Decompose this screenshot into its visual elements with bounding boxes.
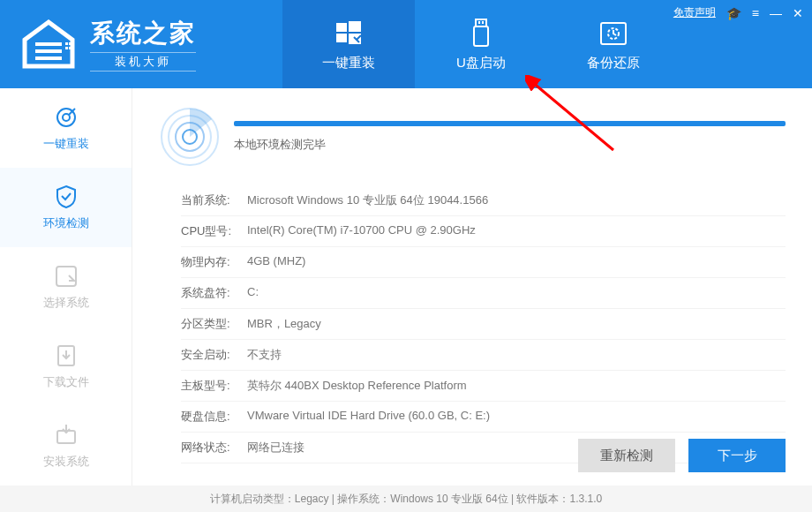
svg-rect-16 <box>56 267 76 286</box>
main-panel: 本地环境检测完毕 当前系统:Microsoft Windows 10 专业版 6… <box>132 88 812 486</box>
logo-area: 系统之家 装机大师 <box>0 0 282 88</box>
info-label: CPU型号: <box>181 223 247 239</box>
header: 系统之家 装机大师 一键重装 U盘启动 <box>0 0 812 88</box>
svg-rect-1 <box>69 42 71 45</box>
svg-rect-8 <box>476 19 486 26</box>
target-icon <box>53 104 79 131</box>
info-value: VMware Virtual IDE Hard Drive (60.0 GB, … <box>247 409 786 425</box>
sidebar-item-reinstall[interactable]: 一键重装 <box>0 88 132 168</box>
radar-icon <box>159 106 221 168</box>
svg-rect-4 <box>336 23 347 32</box>
sidebar-item-check[interactable]: 环境检测 <box>0 168 132 247</box>
app-title: 系统之家 <box>90 17 196 50</box>
info-value: 不支持 <box>247 347 786 363</box>
theme-icon[interactable]: 🎓 <box>726 6 741 20</box>
sidebar-item-label: 安装系统 <box>43 454 89 470</box>
svg-rect-9 <box>478 21 480 24</box>
app-subtitle: 装机大师 <box>90 52 196 72</box>
tab-reinstall[interactable]: 一键重装 <box>282 0 415 88</box>
footer-text: 计算机启动类型：Legacy | 操作系统：Windows 10 专业版 64位… <box>210 492 602 507</box>
sidebar-item-label: 一键重装 <box>43 136 89 152</box>
backup-icon <box>598 18 629 49</box>
shield-icon <box>53 184 79 210</box>
minimize-icon[interactable]: — <box>770 6 782 20</box>
info-row: 物理内存:4GB (MHZ) <box>181 247 786 278</box>
info-row: 硬盘信息:VMware Virtual IDE Hard Drive (60.0… <box>181 402 786 433</box>
scan-row: 本地环境检测完毕 <box>159 106 786 168</box>
body: 一键重装 环境检测 选择系统 下载文件 安装系统 <box>0 88 812 486</box>
sidebar-item-label: 下载文件 <box>43 374 89 390</box>
info-row: CPU型号:Intel(R) Core(TM) i7-10700 CPU @ 2… <box>181 216 786 247</box>
info-value: C: <box>247 285 786 301</box>
info-value: MBR，Legacy <box>247 316 786 332</box>
sidebar-item-download[interactable]: 下载文件 <box>0 327 132 406</box>
menu-icon[interactable]: ≡ <box>752 6 759 20</box>
info-list: 当前系统:Microsoft Windows 10 专业版 64位 19044.… <box>159 185 786 463</box>
logo-icon <box>18 18 79 71</box>
info-row: 主板型号:英特尔 440BX Desktop Reference Platfor… <box>181 371 786 402</box>
tab-backup[interactable]: 备份还原 <box>547 0 680 88</box>
svg-rect-0 <box>65 42 68 45</box>
info-row: 当前系统:Microsoft Windows 10 专业版 64位 19044.… <box>181 185 786 216</box>
tab-usb-boot[interactable]: U盘启动 <box>415 0 547 88</box>
disclaimer-link[interactable]: 免责声明 <box>673 5 716 20</box>
windows-icon <box>333 18 365 49</box>
info-label: 安全启动: <box>181 347 247 363</box>
tab-label: 备份还原 <box>587 55 640 72</box>
info-label: 系统盘符: <box>181 285 247 301</box>
info-label: 分区类型: <box>181 316 247 332</box>
next-button[interactable]: 下一步 <box>688 439 786 472</box>
window-controls: 免责声明 🎓 ≡ — ✕ <box>673 5 803 20</box>
svg-rect-11 <box>474 26 488 46</box>
select-icon <box>53 263 79 290</box>
sidebar-item-label: 选择系统 <box>43 295 89 311</box>
svg-rect-3 <box>69 47 71 49</box>
sidebar-item-select[interactable]: 选择系统 <box>0 247 132 327</box>
info-value: Microsoft Windows 10 专业版 64位 19044.1566 <box>247 192 786 208</box>
info-label: 网络状态: <box>181 440 247 456</box>
svg-rect-5 <box>349 21 361 32</box>
sidebar-item-install[interactable]: 安装系统 <box>0 406 132 486</box>
usb-icon <box>465 18 497 49</box>
info-value: Intel(R) Core(TM) i7-10700 CPU @ 2.90GHz <box>247 223 786 239</box>
rescan-button[interactable]: 重新检测 <box>578 439 675 472</box>
info-label: 当前系统: <box>181 192 247 208</box>
svg-rect-6 <box>336 34 347 42</box>
footer: 计算机启动类型：Legacy | 操作系统：Windows 10 专业版 64位… <box>0 486 812 512</box>
info-value: 4GB (MHZ) <box>247 254 786 270</box>
info-label: 物理内存: <box>181 254 247 270</box>
sidebar: 一键重装 环境检测 选择系统 下载文件 安装系统 <box>0 88 132 486</box>
info-label: 硬盘信息: <box>181 409 247 425</box>
info-row: 系统盘符:C: <box>181 278 786 309</box>
tab-label: U盘启动 <box>456 55 506 72</box>
info-row: 安全启动:不支持 <box>181 340 786 371</box>
sidebar-item-label: 环境检测 <box>43 215 89 231</box>
info-label: 主板型号: <box>181 378 247 394</box>
svg-point-15 <box>63 114 70 121</box>
info-row: 分区类型:MBR，Legacy <box>181 309 786 340</box>
scan-status: 本地环境检测完毕 <box>234 137 786 153</box>
install-icon <box>53 422 79 448</box>
download-icon <box>53 343 79 369</box>
svg-rect-2 <box>65 47 68 49</box>
close-icon[interactable]: ✕ <box>793 6 803 20</box>
progress-bar <box>234 121 786 126</box>
info-value: 英特尔 440BX Desktop Reference Platform <box>247 378 786 394</box>
svg-rect-10 <box>482 21 484 24</box>
actions: 重新检测 下一步 <box>578 439 786 472</box>
tab-label: 一键重装 <box>322 55 375 72</box>
